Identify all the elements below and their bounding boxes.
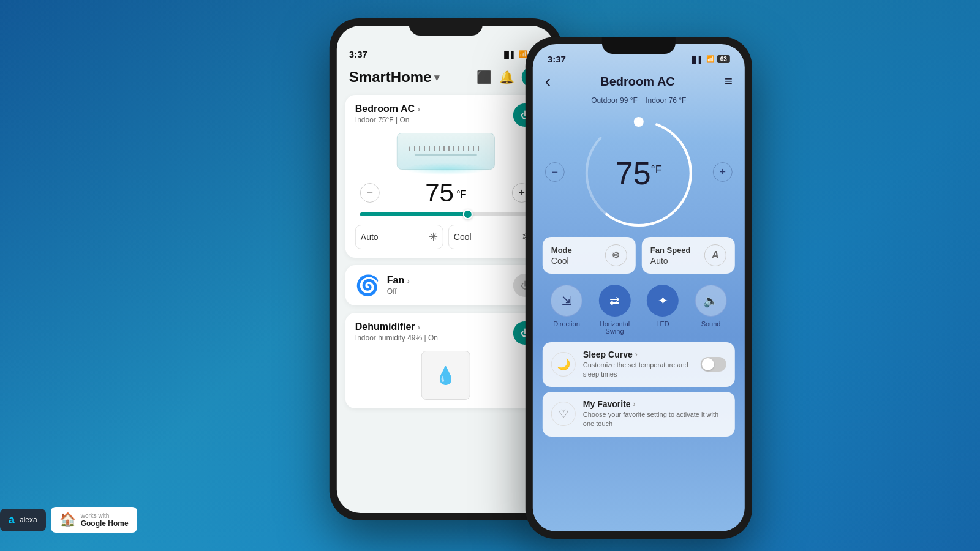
temperature-dial: − 75°F + [533,107,745,237]
menu-btn[interactable]: ≡ [725,73,733,89]
mode-fanspeed-row: Mode Cool ❄ Fan Speed Auto A [533,237,745,280]
my-favorite-title: My Favorite › [583,399,726,409]
phone2-wifi-icon: 📶 [706,55,715,63]
signal-icon: ▐▌▌ [502,51,516,58]
dehumidifier-visual: 💧 [355,345,537,400]
dial-decrease-btn[interactable]: − [545,162,565,182]
phone2-header: ‹ Bedroom AC ≡ [533,67,745,96]
temp-decrease-btn[interactable]: − [360,183,380,203]
fan-chevron: › [407,277,410,285]
fan-title: Fan › [387,275,506,286]
bedroom-ac-title: Bedroom AC › [355,103,420,114]
app-title: SmartHome ▾ [349,69,439,86]
sleep-curve-card[interactable]: 🌙 Sleep Curve › Customize the set temper… [543,342,735,387]
fan-card[interactable]: 🌀 Fan › Off ⏻ [345,265,546,305]
fan-speed-value: Auto [650,256,691,266]
phones-wrapper: 3:37 ▐▌▌ 📶 63 SmartHome ▾ ⬛ 🔔 + [330,18,752,539]
fan-subtitle: Off [387,287,506,296]
direction-btn[interactable]: ⇲ Direction [551,285,582,335]
bedroom-ac-chevron: › [417,104,420,114]
phone2-battery-icon: 63 [717,55,730,63]
my-favorite-chevron: › [633,400,636,408]
dropdown-icon[interactable]: ▾ [434,72,439,83]
ac-unit-visual [355,127,537,176]
slider-fill [360,212,467,216]
app-header: SmartHome ▾ ⬛ 🔔 + [337,64,555,95]
phone2-env: Outdoor 99 °F Indoor 76 °F [533,96,745,107]
led-icon: ✦ [647,285,679,317]
phone2-time: 3:37 [548,54,566,64]
snowflake-icon: ❄ [611,249,620,262]
slider-track [360,212,532,216]
ac-image [397,133,495,170]
fan-speed-card[interactable]: Fan Speed Auto A [642,237,735,274]
dehumidifier-icon: 💧 [421,351,470,400]
dehumidifier-card[interactable]: Dehumidifier › Indoor humidity 49% | On … [345,313,546,408]
sleep-curve-content: Sleep Curve › Customize the set temperat… [583,350,693,380]
dehumidifier-title: Dehumidifier › [355,321,438,332]
back-btn[interactable]: ‹ [545,72,551,91]
google-badge: 🏠 works with Google Home [51,507,137,533]
my-favorite-card[interactable]: ♡ My Favorite › Choose your favorite set… [543,392,735,437]
wifi-icon: 📶 [519,50,527,58]
phone1-time: 3:37 [349,49,368,59]
direction-label: Direction [553,320,579,328]
fan-speed-label: Fan Speed [650,246,691,255]
mode-card-value: Cool [551,256,572,266]
horizontal-swing-icon: ⇄ [599,285,631,317]
google-icon: 🏠 [59,512,76,528]
direction-icon: ⇲ [551,285,582,317]
sound-btn[interactable]: 🔈 Sound [695,285,727,335]
mode-card[interactable]: Mode Cool ❄ [543,237,636,274]
mode-card-label: Mode [551,246,572,255]
phone2-status-icons: ▐▌▌ 📶 63 [689,55,730,63]
phone-2: 3:37 ▐▌▌ 📶 63 ‹ Bedroom AC ≡ Outdoor 99 … [526,37,752,539]
fan-speed-icon: A [704,244,726,266]
ac-vent [415,154,477,156]
dial-increase-btn[interactable]: + [713,162,733,182]
screen-icon[interactable]: ⬛ [477,70,492,84]
dial-center: 75°F [616,155,662,192]
alexa-badge: a alexa [0,509,46,531]
dehumidifier-chevron: › [418,323,420,332]
sound-icon: 🔈 [695,285,727,317]
cool-label: Cool [454,232,472,242]
temp-unit: °F [456,189,466,200]
sleep-curve-title: Sleep Curve › [583,350,693,359]
horizontal-swing-btn[interactable]: ⇄ HorizontalSwing [599,285,631,335]
alexa-logo: a [9,514,15,527]
auto-icon: A [712,250,719,261]
partner-badges: a alexa 🏠 works with Google Home [0,507,137,533]
led-btn[interactable]: ✦ LED [647,285,679,335]
temperature-slider[interactable] [355,210,537,219]
auto-mode-btn[interactable]: Auto ✳ [355,225,443,249]
led-label: LED [656,320,669,328]
dial-circle: 75°F [578,112,700,234]
cool-mode-btn[interactable]: Cool ❄ [448,225,537,249]
alexa-label: alexa [20,515,37,524]
mode-card-icon: ❄ [605,244,627,266]
auto-label: Auto [361,232,379,242]
my-favorite-icon: ♡ [551,402,576,426]
bedroom-ac-subtitle: Indoor 75°F | On [355,116,420,124]
temperature-display: 75 °F [425,178,466,208]
fan-icon: ✳ [429,230,438,244]
svg-point-2 [634,117,644,127]
bell-icon[interactable]: 🔔 [499,70,514,84]
phone2-screen: 3:37 ▐▌▌ 📶 63 ‹ Bedroom AC ≡ Outdoor 99 … [533,44,745,531]
sound-label: Sound [701,320,721,328]
phone2-notch [602,37,676,54]
sleep-curve-toggle[interactable] [701,357,726,372]
ac-glow [403,163,489,175]
horizontal-swing-label: HorizontalSwing [600,320,630,335]
dial-temp-value: 75°F [616,156,662,191]
app-title-text: SmartHome [349,69,432,86]
dehumidifier-subtitle: Indoor humidity 49% | On [355,334,438,342]
temperature-control: − 75 °F + [355,176,537,210]
phone1-notch [409,18,483,36]
google-home-label: Google Home [81,519,129,528]
bedroom-ac-card[interactable]: Bedroom AC › Indoor 75°F | On ⏻ [345,95,546,258]
mode-row: Auto ✳ Cool ❄ [355,225,537,249]
sleep-curve-chevron: › [635,350,638,359]
slider-thumb[interactable] [463,209,473,219]
